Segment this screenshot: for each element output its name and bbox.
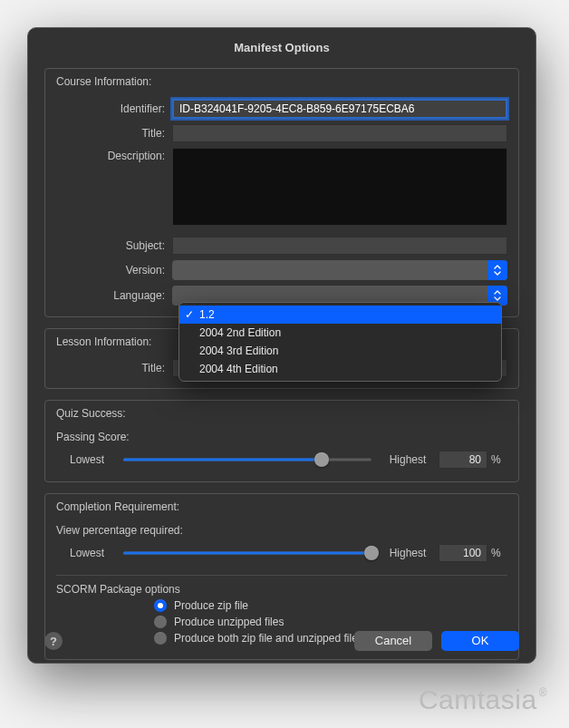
dialog-title: Manifest Options xyxy=(28,28,535,68)
identifier-input[interactable] xyxy=(172,99,507,119)
identifier-label: Identifier: xyxy=(56,102,165,115)
language-label: Language: xyxy=(56,289,165,302)
view-percentage-input[interactable] xyxy=(439,544,487,562)
subject-label: Subject: xyxy=(56,239,165,252)
slider-highest-label: Highest xyxy=(377,547,439,559)
ok-button[interactable]: OK xyxy=(441,631,519,651)
version-option-2004-3rd[interactable]: 2004 3rd Edition xyxy=(179,342,501,360)
passing-score-input[interactable] xyxy=(439,451,487,469)
radio-label: Produce zip file xyxy=(174,599,248,612)
version-dropdown-open[interactable]: ✓ 1.2 2004 2nd Edition 2004 3rd Edition … xyxy=(178,302,502,382)
check-icon: ✓ xyxy=(185,306,194,324)
manifest-options-dialog: Manifest Options Course Information: Ide… xyxy=(27,27,536,664)
radio-icon xyxy=(154,599,167,612)
description-textarea[interactable] xyxy=(172,148,507,226)
version-option-1-2[interactable]: ✓ 1.2 xyxy=(179,306,501,324)
view-percentage-slider[interactable] xyxy=(123,544,371,562)
chevron-updown-icon xyxy=(487,260,507,280)
scorm-options-label: SCORM Package options xyxy=(56,583,507,596)
slider-highest-label: Highest xyxy=(377,453,439,466)
camtasia-watermark: Camtasia® xyxy=(419,684,547,715)
passing-score-slider[interactable] xyxy=(123,451,371,469)
percent-label: % xyxy=(491,453,507,466)
version-label: Version: xyxy=(56,264,165,277)
completion-label: Completion Requirement: xyxy=(53,500,183,513)
course-title-input[interactable] xyxy=(172,124,507,142)
cancel-button[interactable]: Cancel xyxy=(354,631,432,651)
lesson-title-label: Title: xyxy=(56,362,165,374)
passing-score-label: Passing Score: xyxy=(56,431,507,443)
slider-thumb[interactable] xyxy=(314,452,329,467)
version-option-2004-2nd[interactable]: 2004 2nd Edition xyxy=(179,324,501,342)
view-pct-label: View percentage required: xyxy=(56,524,507,537)
help-button[interactable]: ? xyxy=(44,632,63,650)
lesson-info-label: Lesson Information: xyxy=(53,335,155,348)
dialog-footer: ? Cancel OK xyxy=(28,619,535,663)
percent-label: % xyxy=(491,547,507,559)
version-select[interactable] xyxy=(172,260,507,280)
description-label: Description: xyxy=(56,148,165,162)
course-info-label: Course Information: xyxy=(53,75,155,88)
slider-lowest-label: Lowest xyxy=(56,547,118,559)
slider-lowest-label: Lowest xyxy=(56,453,118,466)
subject-input[interactable] xyxy=(172,237,507,255)
course-info-group: Course Information: Identifier: Title: D… xyxy=(44,68,519,317)
course-title-label: Title: xyxy=(56,127,165,140)
version-option-2004-4th[interactable]: 2004 4th Edition xyxy=(179,360,501,378)
quiz-success-label: Quiz Success: xyxy=(53,407,130,420)
radio-produce-zip[interactable]: Produce zip file xyxy=(154,599,507,612)
quiz-success-group: Quiz Success: Passing Score: Lowest High… xyxy=(44,400,519,482)
slider-thumb[interactable] xyxy=(364,546,379,560)
